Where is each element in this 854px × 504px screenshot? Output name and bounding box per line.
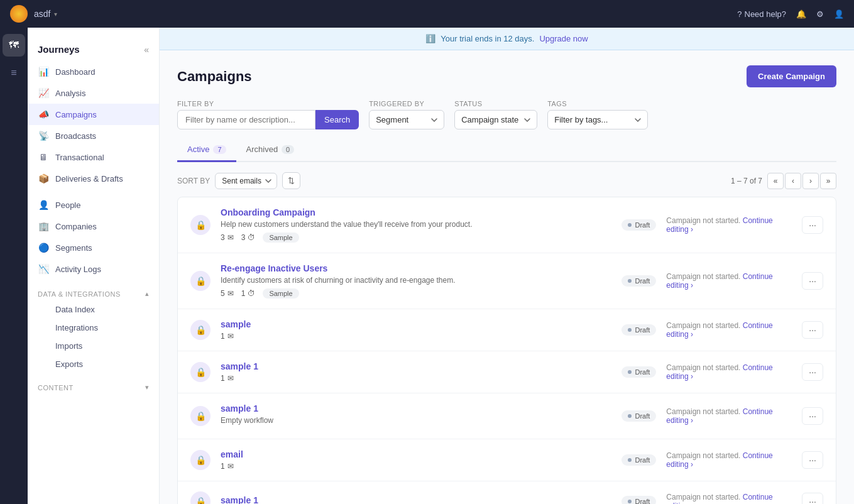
sidebar-sub-imports[interactable]: Imports	[28, 337, 159, 355]
campaign-name[interactable]: Onboarding Campaign	[221, 207, 611, 217]
tab-archived[interactable]: Archived 0	[236, 140, 305, 162]
upgrade-link[interactable]: Upgrade now	[539, 34, 588, 43]
sidebar-item-activity-logs[interactable]: 📉 Activity Logs	[28, 258, 159, 280]
sidebar-collapse-button[interactable]: «	[144, 45, 149, 55]
sidebar-group-content[interactable]: Content ▾	[28, 378, 159, 394]
sidebar-item-label: People	[55, 200, 80, 210]
email-stat: 1 ✉	[221, 462, 234, 471]
campaign-status-text: Campaign not started. Continue editing ›	[666, 272, 792, 290]
campaign-name[interactable]: email	[221, 449, 611, 459]
filter-input[interactable]	[177, 110, 315, 129]
sidebar-item-deliveries[interactable]: 📦 Deliveries & Drafts	[28, 168, 159, 189]
notifications-button[interactable]: 🔔	[796, 9, 806, 19]
sidebar-item-label: Analysis	[55, 89, 85, 98]
sidebar-group-data-integrations[interactable]: Data & Integrations ▴	[28, 285, 159, 300]
campaign-row: 🔒 Onboarding Campaign Help new customers…	[178, 197, 836, 253]
campaign-more-button[interactable]: ···	[802, 321, 823, 339]
workspace-chevron-icon: ▾	[54, 11, 57, 18]
last-page-button[interactable]: »	[820, 173, 836, 189]
mail-icon: ✉	[227, 289, 234, 298]
sort-select[interactable]: Sent emails	[215, 173, 277, 189]
campaign-name[interactable]: Re-engage Inactive Users	[221, 263, 611, 273]
campaign-avatar: 🔒	[190, 271, 211, 291]
campaign-avatar: 🔒	[190, 450, 211, 470]
first-page-button[interactable]: «	[767, 173, 784, 189]
status-select[interactable]: Campaign state	[454, 110, 537, 129]
continue-editing-link[interactable]: Continue editing ›	[666, 363, 772, 381]
sidebar-section-content: Content ▾	[28, 378, 159, 394]
user-avatar-button[interactable]: 👤	[834, 9, 844, 19]
email-count: 1	[221, 332, 225, 341]
sidebar-sub-integrations[interactable]: Integrations	[28, 319, 159, 337]
prev-page-button[interactable]: ‹	[785, 173, 801, 189]
campaign-more-button[interactable]: ···	[802, 493, 823, 504]
status-label: Draft	[635, 368, 650, 376]
campaign-name[interactable]: sample 1	[221, 361, 611, 371]
sidebar-item-label: Segments	[55, 243, 92, 253]
campaigns-icon: 📣	[38, 109, 49, 119]
campaign-meta: 1 ✉	[221, 374, 611, 383]
campaign-more-button[interactable]: ···	[802, 272, 823, 290]
continue-editing-link[interactable]: Continue editing ›	[666, 272, 772, 290]
campaign-more-button[interactable]: ···	[802, 451, 823, 469]
sidebar-item-companies[interactable]: 🏢 Companies	[28, 216, 159, 237]
continue-editing-link[interactable]: Continue editing ›	[666, 493, 772, 504]
campaign-name[interactable]: sample 1	[221, 403, 611, 414]
status-badge: Draft	[621, 324, 656, 336]
email-count: 5	[221, 289, 225, 298]
continue-editing-link[interactable]: Continue editing ›	[666, 451, 772, 469]
campaign-row: 🔒 email 1 ✉ Draft Campaign not started. …	[178, 439, 836, 481]
status-label: STATUS	[454, 100, 537, 107]
sidebar-item-analysis[interactable]: 📈 Analysis	[28, 82, 159, 104]
sidebar-sub-data-index[interactable]: Data Index	[28, 300, 159, 319]
campaign-row: 🔒 sample 1 Empty workflow Draft Campaign…	[178, 393, 836, 439]
workspace-name[interactable]: asdf ▾	[34, 9, 57, 19]
campaign-more-button[interactable]: ···	[802, 407, 823, 425]
sidebar-item-label: Campaigns	[55, 110, 97, 119]
email-count: 1	[221, 462, 225, 471]
filter-input-wrap: Search	[177, 110, 359, 129]
campaign-list: 🔒 Onboarding Campaign Help new customers…	[177, 197, 836, 504]
campaign-avatar: 🔒	[190, 320, 211, 340]
sidebar-item-transactional[interactable]: 🖥 Transactional	[28, 146, 159, 168]
create-campaign-button[interactable]: Create Campaign	[747, 65, 836, 87]
triggered-by-select[interactable]: Segment	[369, 110, 444, 129]
lock-icon: 🔒	[195, 220, 206, 230]
campaign-row: 🔒 Re-engage Inactive Users Identify cust…	[178, 253, 836, 309]
campaign-name[interactable]: sample	[221, 319, 611, 329]
sidebar-item-broadcasts[interactable]: 📡 Broadcasts	[28, 125, 159, 146]
rail-icon-journeys[interactable]: 🗺	[3, 34, 25, 57]
sidebar-item-segments[interactable]: 🔵 Segments	[28, 237, 159, 258]
tab-active[interactable]: Active 7	[177, 140, 236, 162]
sidebar-item-people[interactable]: 👤 People	[28, 194, 159, 216]
campaign-name[interactable]: sample 1	[221, 495, 611, 504]
campaign-more-button[interactable]: ···	[802, 216, 823, 234]
sort-order-icon[interactable]: ⇅	[282, 172, 300, 189]
status-badge: Draft	[621, 275, 656, 287]
campaign-status-text: Campaign not started. Continue editing ›	[666, 216, 792, 234]
continue-editing-link[interactable]: Continue editing ›	[666, 407, 772, 425]
continue-editing-link[interactable]: Continue editing ›	[666, 321, 772, 339]
broadcasts-icon: 📡	[38, 131, 49, 141]
lock-icon: 🔒	[195, 276, 206, 286]
settings-button[interactable]: ⚙	[816, 9, 824, 19]
timer-icon: ⏱	[248, 233, 255, 242]
sidebar-item-label: Broadcasts	[55, 131, 96, 141]
status-dot	[628, 500, 632, 503]
status-label: Draft	[635, 277, 650, 285]
help-button[interactable]: ? Need help?	[737, 9, 786, 19]
sidebar-item-dashboard[interactable]: 📊 Dashboard	[28, 61, 159, 82]
next-page-button[interactable]: ›	[802, 173, 819, 189]
search-button[interactable]: Search	[315, 110, 359, 129]
continue-editing-link[interactable]: Continue editing ›	[666, 216, 772, 234]
campaign-more-button[interactable]: ···	[802, 363, 823, 381]
content-area: Campaigns Create Campaign FILTER BY Sear…	[160, 50, 854, 504]
rail-icon-layers[interactable]: ≡	[3, 62, 25, 84]
lock-icon: 🔒	[195, 455, 206, 465]
timer-count: 1	[241, 289, 246, 298]
timer-icon: ⏱	[248, 289, 255, 298]
campaign-main: sample 1 ✉	[221, 319, 611, 341]
sidebar-sub-exports[interactable]: Exports	[28, 355, 159, 373]
tags-select[interactable]: Filter by tags...	[547, 110, 648, 129]
sidebar-item-campaigns[interactable]: 📣 Campaigns	[28, 104, 159, 125]
